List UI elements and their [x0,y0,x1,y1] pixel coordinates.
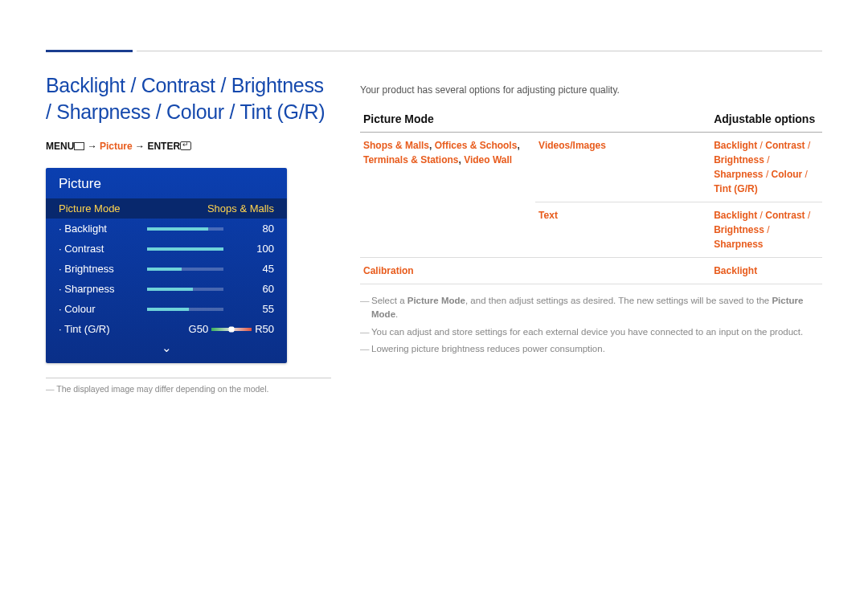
osd-item-value: 60 [230,283,274,295]
osd-picture-mode-row[interactable]: Picture Mode Shops & Malls [46,198,287,219]
osd-slider[interactable] [147,286,223,292]
osd-item-row[interactable]: Sharpness60 [46,279,287,299]
options-table: Picture Mode Adjustable options Shops & … [360,108,822,284]
note-item: Select a Picture Mode, and then adjust s… [360,294,822,322]
th-adjustable: Adjustable options [710,108,822,133]
osd-slider[interactable] [147,266,223,272]
osd-item-value: 55 [230,303,274,315]
osd-footnote: The displayed image may differ depending… [46,384,331,394]
table-cell: Videos/Images [535,133,710,202]
th-picture-mode: Picture Mode [360,108,710,133]
table-cell: Backlight / Contrast / Brightness / Shar… [710,202,822,258]
top-divider [137,51,822,51]
osd-title: Picture [46,168,287,198]
table-cell: Shops & Malls, Offices & Schools, Termin… [360,133,535,258]
osd-item-row[interactable]: Colour55 [46,299,287,319]
menu-icon [74,142,84,150]
table-cell: Calibration [360,258,710,284]
osd-item-value: 100 [230,243,274,255]
osd-slider[interactable] [147,226,223,232]
osd-mode-value: Shops & Malls [147,202,274,215]
table-cell: Text [535,202,710,258]
osd-item-row[interactable]: Brightness45 [46,259,287,279]
tint-r-value: R50 [255,323,274,335]
page-title: Backlight / Contrast / Brightness / Shar… [46,72,331,125]
osd-item-label: Sharpness [59,283,147,295]
osd-slider[interactable] [147,246,223,252]
chevron-down-icon[interactable]: ⌄ [46,339,287,358]
note-item: Lowering picture brightness reduces powe… [360,342,822,356]
osd-mode-label: Picture Mode [59,202,147,215]
notes-list: Select a Picture Mode, and then adjust s… [360,294,822,356]
osd-item-label: Colour [59,303,147,315]
osd-item-label: Backlight [59,223,147,235]
table-cell: Backlight [710,258,822,284]
osd-tint-row[interactable]: Tint (G/R) G50 R50 [46,319,287,339]
menu-path: MENU → Picture → ENTER [46,141,331,152]
table-cell: Backlight / Contrast / Brightness / Shar… [710,133,822,202]
chapter-bar [46,50,133,52]
note-item: You can adjust and store settings for ea… [360,325,822,339]
tint-g-value: G50 [189,323,209,335]
osd-item-value: 45 [230,263,274,275]
tint-slider[interactable] [211,328,252,331]
osd-panel: Picture Picture Mode Shops & Malls Backl… [46,168,287,363]
enter-icon [180,141,191,150]
osd-item-value: 80 [230,223,274,235]
intro-text: Your product has several options for adj… [360,84,822,96]
osd-item-row[interactable]: Contrast100 [46,239,287,259]
osd-item-label: Contrast [59,243,147,255]
osd-item-label: Brightness [59,263,147,275]
osd-item-row[interactable]: Backlight80 [46,219,287,239]
divider [46,378,331,378]
osd-slider[interactable] [147,306,223,313]
